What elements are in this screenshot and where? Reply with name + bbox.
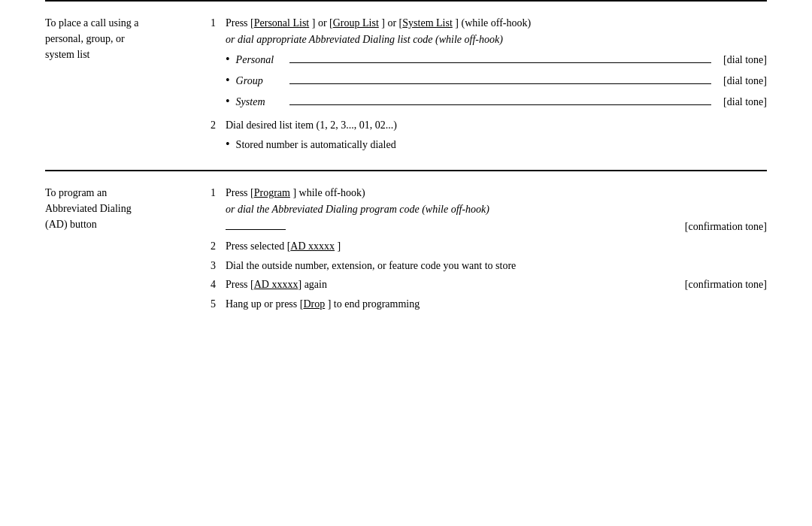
btn-drop: Drop xyxy=(303,298,325,310)
bullet-personal-label: Personal xyxy=(236,52,285,68)
s2-step4-body: Press [AD xxxxx ] again [confirmation to… xyxy=(226,277,767,293)
s2-step1-conf-tone: [confirmation tone] xyxy=(685,219,767,235)
btn-personal-list: Personal List xyxy=(254,17,310,29)
s2-step2-pre: Press selected [ xyxy=(226,240,290,252)
bullet-dot-1: • xyxy=(226,53,230,65)
s2-step1-italic: or dial the Abbreviated Dialing program … xyxy=(226,201,767,218)
step1-item: 1 Press [Personal List ] or [Group List … xyxy=(211,15,767,114)
step1-body: Press [Personal List ] or [Group List ] … xyxy=(226,15,767,114)
step2-num: 2 xyxy=(211,117,226,134)
bullet-list: • Personal [dial tone] • Grou xyxy=(226,52,767,110)
s2-step4-tone: [confirmation tone] xyxy=(685,277,767,293)
step2-item: 2 Dial desired list item (1, 2, 3..., 01… xyxy=(211,117,767,153)
btn-program: Program xyxy=(254,187,290,198)
section-place-call: To place a call using a personal, group,… xyxy=(45,2,767,171)
bullet-system: • System [dial tone] xyxy=(226,94,767,110)
section2-steps: 1 Press [Program ] while off-hook) or di… xyxy=(211,185,767,313)
section2-content: 1 Press [Program ] while off-hook) or di… xyxy=(211,185,767,316)
s2-step5-item: 5 Hang up or press [Drop ] to end progra… xyxy=(211,296,767,313)
s2-step3-body: Dial the outside number, extension, or f… xyxy=(226,258,767,274)
step1-num: 1 xyxy=(211,15,226,32)
dial-tone-personal: [dial tone] xyxy=(723,52,767,68)
s2-step4-item: 4 Press [AD xxxxx ] again [confirmation … xyxy=(211,277,767,293)
section2-label-line2: Abbreviated Dialing xyxy=(45,203,132,214)
btn-ad-xxxxx-2: AD xxxxx xyxy=(254,277,298,293)
section1-content: 1 Press [Personal List ] or [Group List … xyxy=(211,15,767,156)
step1-pre: Press [ xyxy=(226,17,254,29)
s2-step2-num: 2 xyxy=(211,238,226,255)
line-fill-group xyxy=(289,83,711,84)
bullet-group-content: Group [dial tone] xyxy=(236,73,767,89)
section1-label-line3: system list xyxy=(45,49,90,60)
s2-step1-italic-line: or dial the Abbreviated Dialing program … xyxy=(226,201,767,218)
s2-step1-body: Press [Program ] while off-hook) or dial… xyxy=(226,185,767,235)
s2-step3-num: 3 xyxy=(211,258,226,274)
section2-label-line1: To program an xyxy=(45,187,107,198)
bullet-dot-2: • xyxy=(226,74,230,86)
s2-step5-num: 5 xyxy=(211,296,226,313)
line-fill-system xyxy=(289,104,711,105)
bullet-group: • Group [dial tone] xyxy=(226,73,767,89)
step2-body: Dial desired list item (1, 2, 3..., 01, … xyxy=(226,117,767,153)
section1-label-line2: personal, group, or xyxy=(45,33,125,44)
bullet-personal-content: Personal [dial tone] xyxy=(236,52,767,68)
step1-mid2: ] or [ xyxy=(379,17,403,29)
line-fill-personal xyxy=(289,62,711,63)
s2-step1-item: 1 Press [Program ] while off-hook) or di… xyxy=(211,185,767,235)
s2-step3-item: 3 Dial the outside number, extension, or… xyxy=(211,258,767,274)
s2-step5-body: Hang up or press [Drop ] to end programm… xyxy=(226,296,767,313)
section1-label: To place a call using a personal, group,… xyxy=(45,15,211,156)
s2-step1-post: ] while off-hook) xyxy=(290,187,365,198)
bullet-group-label: Group xyxy=(236,73,285,89)
s2-step2-body: Press selected [AD xxxxx ] xyxy=(226,238,767,255)
sub-bullet-dot: • xyxy=(226,138,230,150)
page: To place a call using a personal, group,… xyxy=(0,0,812,526)
section2-label: To program an Abbreviated Dialing (AD) b… xyxy=(45,185,211,316)
bullet-system-label: System xyxy=(236,94,285,110)
section1-steps: 1 Press [Personal List ] or [Group List … xyxy=(211,15,767,153)
bullet-personal: • Personal [dial tone] xyxy=(226,52,767,68)
step2-text: Dial desired list item (1, 2, 3..., 01, … xyxy=(226,119,397,131)
s2-step2-item: 2 Press selected [AD xxxxx ] xyxy=(211,238,767,255)
s2-step1-num: 1 xyxy=(211,185,226,201)
s2-step3-text: Dial the outside number, extension, or f… xyxy=(226,260,516,271)
step1-mid1: ] or [ xyxy=(309,17,333,29)
s2-step2-post: ] xyxy=(335,240,341,252)
s2-step1-pre: Press [ xyxy=(226,187,254,198)
s2-step1-line1: Press [Program ] while off-hook) xyxy=(226,185,767,201)
btn-group-list: Group List xyxy=(333,17,379,29)
step2-sub-text: Stored number is automatically dialed xyxy=(236,137,396,153)
s2-step4-num: 4 xyxy=(211,277,226,293)
s2-step5-pre: Hang up or press [ xyxy=(226,298,303,310)
s2-step1-tone-line: [confirmation tone] xyxy=(226,219,767,235)
btn-system-list: System List xyxy=(402,17,453,29)
s2-step4-pre: Press [ xyxy=(226,277,254,293)
dial-tone-group: [dial tone] xyxy=(723,73,767,89)
step1-mid3: ] (while off-hook) xyxy=(453,17,531,29)
step1-italic: or dial appropriate Abbreviated Dialing … xyxy=(226,32,767,48)
section-program-ad: To program an Abbreviated Dialing (AD) b… xyxy=(45,171,767,316)
dial-tone-system: [dial tone] xyxy=(723,94,767,110)
bullet-dot-3: • xyxy=(226,95,230,107)
s2-step1-inline-line xyxy=(226,229,286,230)
s2-step4-mid: ] again xyxy=(298,277,326,293)
bullet-system-content: System [dial tone] xyxy=(236,94,767,110)
btn-ad-xxxxx-1: AD xxxxx xyxy=(290,240,335,252)
section1-label-line1: To place a call using a xyxy=(45,17,139,29)
step1-line1: Press [Personal List ] or [Group List ] … xyxy=(226,15,767,32)
section2-label-line3: (AD) button xyxy=(45,219,97,230)
s2-step5-post: ] to end programming xyxy=(325,298,420,310)
step2-sub-bullet: • Stored number is automatically dialed xyxy=(226,137,767,153)
